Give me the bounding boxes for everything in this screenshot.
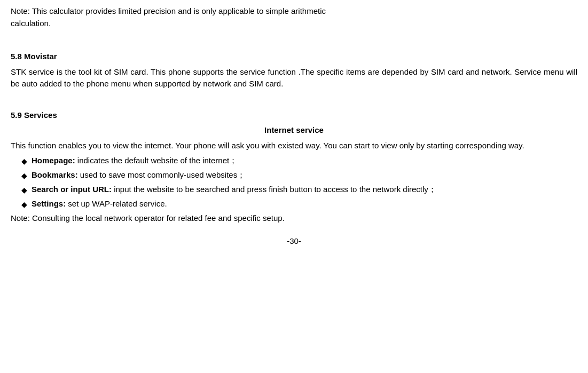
bullet-text: input the website to be searched and pre… [112,185,436,194]
bullet-content: Homepage: indicates the default website … [32,155,577,167]
bullet-content: Search or input URL: input the website t… [32,184,577,196]
diamond-icon: ◆ [21,199,27,210]
bullet-term: Bookmarks: [32,170,78,179]
section-59: 5.9 Services Internet service This funct… [11,109,577,225]
diamond-icon: ◆ [21,185,27,196]
internet-service-heading: Internet service [11,124,577,137]
section-58-body: STK service is the tool kit of SIM card.… [11,66,577,90]
section-59-heading: 5.9 Services [11,109,577,122]
list-item: ◆ Bookmarks: used to save most commonly-… [21,169,577,181]
list-item: ◆ Search or input URL: input the website… [21,184,577,196]
list-item: ◆ Homepage: indicates the default websit… [21,155,577,167]
bullet-term: Homepage: [32,156,75,165]
bullet-term: Settings: [32,199,66,208]
bullet-content: Settings: set up WAP-related service. [32,198,577,210]
list-item: ◆ Settings: set up WAP-related service. [21,198,577,210]
note-section: Note: This calculator provides limited p… [11,5,577,29]
bullet-list: ◆ Homepage: indicates the default websit… [21,155,577,210]
section-58-heading: 5.8 Movistar [11,51,577,63]
diamond-icon: ◆ [21,156,27,167]
bullet-text: indicates the default website of the int… [75,156,238,165]
diamond-icon: ◆ [21,170,27,181]
bullet-term: Search or input URL: [32,185,112,194]
section-58: 5.8 Movistar STK service is the tool kit… [11,51,577,90]
note-text-line2: calculation. [11,18,577,30]
bullet-text: used to save most commonly-used websites… [78,170,245,179]
note-text-line1: Note: This calculator provides limited p… [11,5,577,18]
bullet-text: set up WAP-related service. [66,199,167,208]
bullet-content: Bookmarks: used to save most commonly-us… [32,169,577,181]
page-number: -30- [11,235,577,248]
bottom-note: Note: Consulting the local network opera… [11,212,577,225]
internet-body: This function enables you to view the in… [11,140,577,152]
